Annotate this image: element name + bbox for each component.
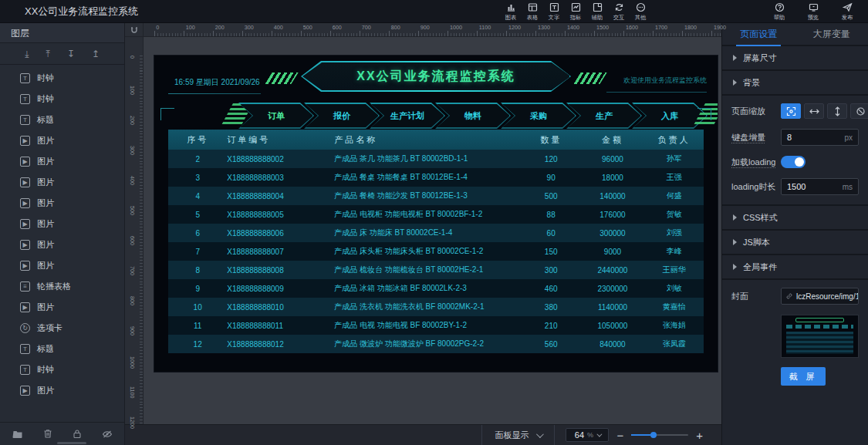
zoom-level-select[interactable]: 64 % [566,428,609,442]
table-cell: 12 [168,340,227,349]
dashboard-tab[interactable]: 生产计划 [370,103,445,129]
section-global-events[interactable]: 全局事件 [722,255,868,280]
tool-auxiliary[interactable]: 辅助 [586,0,608,23]
scale-fit-width-button[interactable] [804,103,824,119]
tool-interaction[interactable]: 交互 [608,0,630,23]
trash-icon[interactable] [43,429,52,439]
table-body: 2X188888888002产成品 茶几 功能茶几 BT 80002BD-1-1… [168,150,704,353]
section-js-script[interactable]: JS脚本 [722,231,868,255]
table-cell: 120 [522,155,580,164]
editor-canvas[interactable]: 16:59 星期日 2021/09/26 XX公司业务流程监控系统 欢迎使用业务… [144,37,721,424]
layer-item-image[interactable]: ▶图片 [0,151,124,172]
move-up-icon[interactable]: ↥ [92,49,100,59]
dashboard-clock-widget[interactable]: 16:59 星期日 2021/09/26 [174,77,260,88]
dashboard-tab[interactable]: 采购 [501,103,576,129]
bring-forward-icon[interactable]: ⤒ [46,49,49,59]
eye-off-icon[interactable] [102,430,113,439]
section-screen-size[interactable]: 屏幕尺寸 [722,46,868,71]
layer-item-text[interactable]: T时钟 [0,359,124,380]
dashboard-welcome-text[interactable]: 欢迎使用业务流程监控系统 [623,76,707,86]
dashboard-tab[interactable]: 物料 [435,103,511,129]
v-ruler-tick-label: 900 [129,326,135,333]
zoom-out-button[interactable]: − [616,429,623,442]
preview-button[interactable]: 预览 [802,0,825,23]
tool-other[interactable]: 其他 [630,0,651,23]
dashboard-artboard[interactable]: 16:59 星期日 2021/09/26 XX公司业务流程监控系统 欢迎使用业务… [154,56,718,372]
image-component-icon: ▶ [20,219,30,229]
h-ruler-tick-label: 300 [245,24,254,30]
tool-table[interactable]: 表格 [522,0,543,23]
layer-item-text[interactable]: T时钟 [0,89,124,110]
help-button[interactable]: 帮助 [768,0,791,23]
vertical-ruler: 0100200300400500600700800900100011001200 [125,37,144,424]
h-ruler-tick-label: 100 [186,24,195,30]
section-background[interactable]: 背景 [722,71,868,96]
table-cell: 9000 [580,248,644,256]
h-ruler-tick-label: 200 [215,24,225,30]
carousel-table-widget[interactable]: 序号订单编号产品名称数量金额负责人 2X188888888002产成品 茶几 功… [168,130,704,353]
layer-item-image[interactable]: ▶图片 [0,214,124,234]
table-cell: 王强 [645,172,704,183]
scale-fit-height-button[interactable] [827,103,847,119]
dashboard-tab[interactable]: 订单 [238,103,314,129]
link-icon [785,292,793,300]
hatch-decoration-left [265,72,298,84]
h-ruler-tick-label: 400 [274,24,283,30]
publish-button[interactable]: 发布 [836,0,859,23]
table-header-cell: 数量 [522,134,580,146]
layers-list: T时钟T时钟T标题▶图片▶图片▶图片▶图片▶图片▶图片▶图片≡轮播表格▶图片↻选… [0,65,124,422]
table-cell: 产成品 电视柜 功能电视柜 BT 80002BF-1-2 [334,209,522,220]
v-ruler-tick-label: 400 [129,176,135,183]
dashboard-tab-label: 生产 [596,110,613,122]
group-folder-icon[interactable] [12,430,23,439]
layer-item-table[interactable]: ≡轮播表格 [0,276,124,297]
move-down-icon[interactable]: ↧ [67,49,75,59]
scale-fit-screen-button[interactable] [781,103,801,119]
scale-none-button[interactable] [850,103,868,119]
layer-item-image[interactable]: ▶图片 [0,380,124,401]
topbar-actions: 帮助 预览 发布 [768,0,859,23]
dashboard-title-banner[interactable]: XX公司业务流程监控系统 [301,61,571,92]
layer-item-image[interactable]: ▶图片 [0,234,124,255]
tool-chart[interactable]: 图表 [500,0,522,23]
panel-display-dropdown[interactable]: 面板显示 [481,425,555,445]
layers-panel-title: 图层 [0,23,124,43]
dashboard-tab[interactable]: 生产 [566,103,642,129]
image-component-icon: ▶ [20,177,30,187]
zoom-slider[interactable] [631,434,688,436]
layer-item-image[interactable]: ▶图片 [0,255,124,276]
tab-screen-variables[interactable]: 大屏变量 [795,23,868,45]
dashboard-tab[interactable]: 报价 [304,103,380,129]
loading-toggle[interactable] [781,156,806,168]
dashboard-header: 16:59 星期日 2021/09/26 XX公司业务流程监控系统 欢迎使用业务… [154,56,718,99]
layer-item-tab[interactable]: ↻选项卡 [0,318,124,339]
section-css-style[interactable]: CSS样式 [722,206,868,231]
table-row: 12X188888888012产成品 微波炉 功能微波炉 BF 80002PG-… [168,335,704,353]
layer-item-image[interactable]: ▶图片 [0,297,124,318]
tab-page-settings[interactable]: 页面设置 [722,23,795,45]
layer-item-text[interactable]: T标题 [0,110,124,130]
tool-text[interactable]: 文字 [543,0,565,23]
zoom-in-button[interactable]: + [696,429,703,442]
tool-indicator[interactable]: 指标 [565,0,586,23]
zoom-slider-knob[interactable] [650,432,657,438]
lock-icon[interactable] [73,429,82,439]
layer-item-label: 标题 [37,114,54,126]
layer-item-image[interactable]: ▶图片 [0,193,124,214]
table-cell: 150 [522,248,580,256]
layer-item-image[interactable]: ▶图片 [0,130,124,151]
snap-toggle-button[interactable] [125,23,144,37]
layer-item-text[interactable]: T标题 [0,339,124,359]
send-backward-icon[interactable]: ⤓ [25,49,29,59]
workspace: 0100200300400500600700800900100011001200… [125,23,721,445]
h-ruler-tick-label: 1100 [479,24,491,30]
layer-item-text[interactable]: T时钟 [0,68,124,89]
table-cell: 贺敏 [645,209,704,220]
table-cell: 产成品 床 功能床 BT 80002CE-1-4 [334,228,522,238]
loading-duration-input[interactable]: 1500 ms [781,178,859,195]
cover-url-input[interactable]: lczResource/img/1/88c775 [781,288,859,305]
layer-item-image[interactable]: ▶图片 [0,172,124,193]
screenshot-button[interactable]: 截 屏 [781,367,826,386]
keyboard-step-input[interactable]: 8 px [781,129,859,146]
layers-hscrollbar[interactable] [57,442,86,444]
